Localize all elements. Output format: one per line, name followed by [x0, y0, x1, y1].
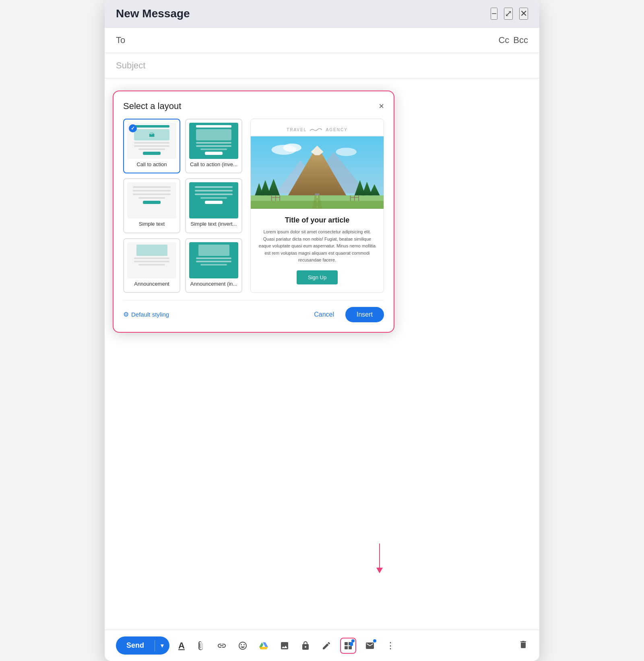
preview-article-text: Lorem ipsum dolor sit amet consectetur a… [258, 229, 377, 264]
layout-button-dot [351, 639, 355, 642]
dialog-header: Select a layout × [123, 101, 384, 111]
lock-icon [301, 641, 310, 651]
svg-point-3 [336, 148, 357, 156]
layout-thumb-cta: 🏔 [127, 123, 176, 159]
expand-button[interactable]: ⤢ [504, 8, 513, 20]
link-button[interactable] [215, 638, 229, 653]
thumb-line-3 [138, 148, 165, 150]
thumb-img: 🏔 [134, 129, 169, 140]
bcc-button[interactable]: Bcc [513, 35, 528, 45]
image-icon [280, 641, 289, 651]
layout-thumb-cta-inv [189, 123, 238, 159]
thumb-simple-inv-l2 [195, 190, 233, 192]
link-icon [217, 641, 227, 651]
arrow-annotation [376, 544, 383, 573]
subject-input[interactable] [116, 60, 528, 71]
gmail-icon [365, 641, 375, 651]
drive-button[interactable] [256, 638, 271, 653]
delete-button[interactable] [518, 640, 528, 652]
image-button[interactable] [277, 638, 292, 653]
svg-rect-17 [251, 201, 384, 209]
arrow-line [379, 544, 380, 568]
thumb-img-inv [196, 129, 231, 140]
layout-preview: TRAVEL AGENCY [250, 119, 384, 293]
thumb-simple-l2 [133, 190, 171, 192]
layout-item-cta-inv[interactable]: Call to action (inve... [185, 119, 242, 173]
mountain-svg [251, 136, 384, 209]
format-text-icon: A [178, 640, 185, 651]
preview-logo-area: TRAVEL AGENCY [251, 119, 384, 136]
compose-toolbar: Send ▾ A [105, 630, 539, 661]
layout-item-simple-inv[interactable]: Simple text (invert... [185, 178, 242, 233]
to-input[interactable] [140, 35, 498, 45]
preview-hero [251, 136, 384, 209]
cancel-button[interactable]: Cancel [308, 307, 341, 322]
pencil-button[interactable] [319, 638, 334, 653]
settings-icon: ⚙ [123, 311, 129, 318]
dialog-close-button[interactable]: × [379, 101, 384, 111]
insert-button[interactable]: Insert [345, 307, 384, 322]
thumb-header-inv [196, 125, 231, 128]
gmail-button-dot [373, 639, 376, 642]
thumb-simple-inv-l3 [195, 194, 233, 195]
layout-dialog: Select a layout × 🏔 [113, 91, 394, 333]
thumb-simple-inner [127, 182, 176, 218]
compose-window: New Message − ⤢ ✕ To Cc Bcc Select a lay… [105, 0, 539, 661]
thumb-simple-inv-l4 [200, 197, 227, 199]
thumb-header [134, 125, 169, 128]
cc-button[interactable]: Cc [498, 35, 509, 45]
thumb-btn-inv [205, 152, 223, 155]
layout-item-simple[interactable]: Simple text [123, 178, 180, 233]
default-styling-button[interactable]: ⚙ Default styling [123, 311, 169, 318]
preview-signup-button[interactable]: Sign Up [297, 270, 338, 284]
thumb-simple-l1 [133, 186, 171, 188]
send-button[interactable]: Send [116, 636, 155, 655]
layout-item-cta-label: Call to action [136, 161, 167, 167]
layout-button[interactable] [340, 638, 356, 654]
thumb-announce-inv-l2 [196, 261, 231, 262]
format-text-button[interactable]: A [176, 638, 187, 653]
attach-icon [196, 641, 206, 651]
attach-button[interactable] [194, 638, 208, 653]
layout-item-announce-label: Announcement [134, 281, 169, 287]
send-button-group: Send ▾ [116, 636, 169, 655]
delete-icon [518, 640, 528, 649]
send-dropdown-button[interactable]: ▾ [155, 637, 169, 654]
thumb-line-inv-1 [196, 142, 231, 144]
thumb-btn [143, 152, 161, 155]
arrow-head [376, 568, 383, 573]
layout-item-cta[interactable]: 🏔 Call to action [123, 119, 180, 173]
close-button[interactable]: ✕ [519, 8, 528, 20]
thumb-announce-inv-inner [189, 242, 238, 278]
minimize-button[interactable]: − [491, 8, 497, 20]
thumb-cta-inv-inner [189, 123, 238, 159]
dialog-footer: ⚙ Default styling Cancel Insert [123, 300, 384, 322]
thumb-announce-inner [127, 242, 176, 278]
thumb-announce-inv-l3 [200, 264, 227, 266]
subject-field-row [105, 53, 539, 78]
thumb-announce-l3 [138, 264, 165, 266]
thumb-line-1 [134, 142, 169, 144]
thumb-simple-btn [143, 201, 161, 204]
layout-item-announce[interactable]: Announcement [123, 238, 180, 293]
drive-icon [259, 641, 268, 651]
gmail-confidential-button[interactable] [363, 638, 377, 653]
layout-item-announce-inv[interactable]: Announcement (in... [185, 238, 242, 293]
thumb-simple-inv-btn [205, 201, 223, 204]
pencil-icon [322, 641, 331, 651]
preview-logo: TRAVEL AGENCY [287, 127, 348, 132]
emoji-button[interactable] [235, 638, 250, 653]
preview-inner: TRAVEL AGENCY [251, 119, 384, 292]
more-options-button[interactable]: ⋮ [384, 638, 398, 653]
lock-button[interactable] [298, 638, 313, 653]
layout-icon [343, 641, 353, 651]
thumb-announce-l1 [134, 257, 169, 259]
layout-thumb-simple [127, 182, 176, 218]
dialog-title: Select a layout [123, 101, 181, 111]
svg-rect-26 [345, 642, 348, 645]
header-actions: − ⤢ ✕ [491, 8, 528, 20]
selected-check [129, 124, 137, 132]
thumb-simple-l3 [133, 194, 171, 195]
svg-rect-28 [345, 646, 348, 649]
layout-item-cta-inv-label: Call to action (inve... [190, 161, 237, 167]
